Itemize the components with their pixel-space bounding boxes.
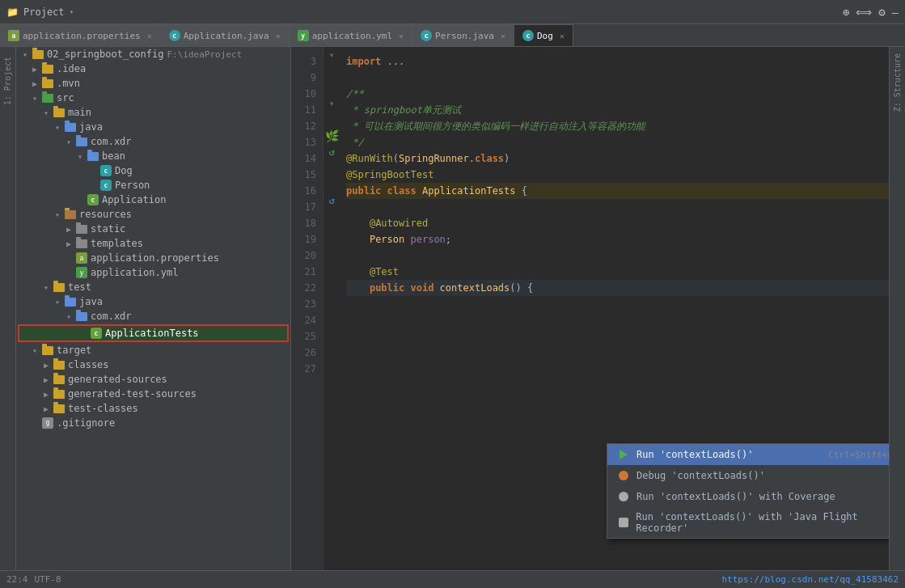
code-line-21: @Test bbox=[346, 264, 889, 280]
tab-dog-java[interactable]: c Dog ✕ bbox=[514, 24, 573, 46]
person-class-icon: c bbox=[100, 180, 112, 191]
split-icon[interactable]: ⟺ bbox=[856, 6, 872, 19]
tree-dog[interactable]: ▶ c Dog bbox=[16, 163, 290, 178]
root-label: 02_springboot_config bbox=[47, 49, 164, 60]
tree-resources[interactable]: ▾ resources bbox=[16, 207, 290, 222]
tab-bar: a application.properties ✕ c Application… bbox=[0, 24, 905, 47]
method-contextloads: contextLoads bbox=[440, 280, 510, 296]
tree-java[interactable]: ▾ java bbox=[16, 120, 290, 134]
close-app-java[interactable]: ✕ bbox=[276, 32, 281, 40]
ln-17: 17 bbox=[291, 199, 323, 215]
tree-test-classes[interactable]: ▶ test-classes bbox=[16, 401, 290, 416]
dropdown-arrow[interactable]: ▾ bbox=[70, 7, 74, 16]
tree-static[interactable]: ▶ static bbox=[16, 222, 290, 236]
tree-comxdr[interactable]: ▾ com.xdr bbox=[16, 134, 290, 149]
close-person[interactable]: ✕ bbox=[501, 32, 505, 40]
navigate-icon[interactable]: ⊕ bbox=[843, 6, 849, 19]
editor-area: 3 9 10 11 12 13 14 15 16 17 18 19 20 21 … bbox=[291, 47, 889, 570]
application-label: Application bbox=[102, 194, 166, 205]
gutter-19: ↺ bbox=[324, 192, 340, 209]
dot-class: . bbox=[469, 150, 475, 167]
tree-application[interactable]: ▶ c Application bbox=[16, 192, 290, 207]
status-bar: 22:4 UTF-8 https://blog.csdn.net/qq_4158… bbox=[0, 570, 905, 588]
main-arrow: ▾ bbox=[44, 108, 53, 117]
ctx-debug[interactable]: Debug 'contextLoads()' bbox=[607, 465, 889, 486]
mvn-arrow: ▶ bbox=[32, 79, 42, 88]
tree-test[interactable]: ▾ test bbox=[16, 280, 290, 294]
ctx-jfr[interactable]: Run 'contextLoads()' with 'Java Flight R… bbox=[607, 507, 889, 538]
tree-gitignore[interactable]: ▶ g .gitignore bbox=[16, 416, 290, 430]
comment-12: * 可以在测试期间很方便的类似编码一样进行自动注入等容器的功能 bbox=[346, 118, 645, 134]
ctx-coverage[interactable]: Run 'contextLoads()' with Coverage bbox=[607, 486, 889, 507]
tab-application-yml[interactable]: y application.yml ✕ bbox=[290, 24, 412, 46]
close-dog[interactable]: ✕ bbox=[560, 32, 565, 40]
project-label[interactable]: Project bbox=[23, 6, 65, 18]
runwith-close: ) bbox=[504, 150, 510, 167]
tree-applicationtests[interactable]: ▶ c ApplicationTests bbox=[18, 324, 289, 342]
yml-tab-icon: y bbox=[298, 30, 309, 41]
tree-generated-test-sources[interactable]: ▶ generated-test-sources bbox=[16, 387, 290, 401]
kw-public-22: public bbox=[370, 280, 411, 296]
root-folder-icon bbox=[32, 50, 44, 59]
dog-class-icon: c bbox=[100, 165, 112, 176]
tab-application-properties[interactable]: a application.properties ✕ bbox=[0, 24, 161, 46]
tree-comxdr-test[interactable]: ▾ com.xdr bbox=[16, 309, 290, 324]
annotation-test: @Test bbox=[370, 264, 399, 280]
appprops-icon: a bbox=[76, 252, 87, 264]
tree-root[interactable]: ▾ 02_springboot_config F:\ideaProject bbox=[16, 47, 290, 61]
bean-arrow: ▾ bbox=[78, 152, 87, 161]
settings-icon[interactable]: ⚙ bbox=[878, 6, 885, 19]
left-tab-strip: 1: Project bbox=[0, 47, 16, 570]
indent-22 bbox=[346, 280, 370, 296]
appyml-label: application.yml bbox=[91, 267, 178, 278]
tree-idea[interactable]: ▶ .idea bbox=[16, 61, 290, 76]
tab-application-java[interactable]: c Application.java ✕ bbox=[161, 24, 290, 46]
ln-9: 9 bbox=[291, 70, 323, 86]
ln-12: 12 bbox=[291, 118, 323, 134]
tree-java-test[interactable]: ▾ java bbox=[16, 294, 290, 309]
tree-person[interactable]: ▶ c Person bbox=[16, 178, 290, 192]
structure-tab-label[interactable]: Z: Structure bbox=[890, 47, 905, 118]
idea-folder-icon bbox=[42, 65, 53, 74]
project-panel-tab[interactable]: 1: Project bbox=[2, 50, 14, 112]
gutter-18 bbox=[324, 176, 340, 192]
resources-folder-icon bbox=[65, 210, 76, 219]
tree-generated-sources[interactable]: ▶ generated-sources bbox=[16, 372, 290, 387]
title-bar: 📁 Project ▾ ⊕ ⟺ ⚙ — bbox=[0, 0, 905, 24]
tab-label-person: Person.java bbox=[435, 31, 494, 41]
code-line-20 bbox=[346, 247, 889, 264]
gutter-17 bbox=[324, 160, 340, 176]
kw-class-16: class bbox=[387, 183, 422, 199]
idea-label: .idea bbox=[57, 63, 86, 74]
classes-folder-icon bbox=[53, 361, 65, 370]
springrunner: SpringRunner bbox=[399, 150, 469, 167]
root-path: F:\ideaProject bbox=[167, 49, 243, 60]
method-paren: () { bbox=[510, 280, 533, 296]
import-dots: ... bbox=[381, 53, 404, 70]
tree-classes[interactable]: ▶ classes bbox=[16, 357, 290, 372]
close-app-yml[interactable]: ✕ bbox=[399, 32, 404, 40]
close-app-props[interactable]: ✕ bbox=[147, 32, 152, 40]
comxdr-label: com.xdr bbox=[91, 136, 132, 147]
tree-target[interactable]: ▾ target bbox=[16, 343, 290, 357]
ctx-run[interactable]: Run 'contextLoads()' Ctrl+Shift+F10 bbox=[607, 444, 889, 465]
ctx-run-shortcut: Ctrl+Shift+F10 bbox=[828, 450, 889, 460]
ln-18: 18 bbox=[291, 215, 323, 231]
code-line-17 bbox=[346, 199, 889, 215]
tree-templates[interactable]: ▶ templates bbox=[16, 236, 290, 251]
tree-appprops[interactable]: ▶ a application.properties bbox=[16, 251, 290, 265]
tree-appyml[interactable]: ▶ y application.yml bbox=[16, 265, 290, 280]
status-url[interactable]: https://blog.csdn.net/qq_41583462 bbox=[721, 574, 899, 585]
code-line-19: Person person ; bbox=[346, 231, 889, 247]
java-arrow: ▾ bbox=[55, 123, 65, 132]
minimize-icon[interactable]: — bbox=[892, 6, 899, 19]
tree-bean[interactable]: ▾ bean bbox=[16, 149, 290, 163]
tree-main[interactable]: ▾ main bbox=[16, 105, 290, 120]
java-test-label: java bbox=[79, 296, 103, 307]
runwith-paren: ( bbox=[393, 150, 399, 167]
tab-label-app-java: Application.java bbox=[184, 31, 269, 41]
tab-person-java[interactable]: c Person.java ✕ bbox=[412, 24, 514, 46]
ln-25: 25 bbox=[291, 328, 323, 345]
tree-src[interactable]: ▾ src bbox=[16, 91, 290, 105]
tree-mvn[interactable]: ▶ .mvn bbox=[16, 76, 290, 91]
